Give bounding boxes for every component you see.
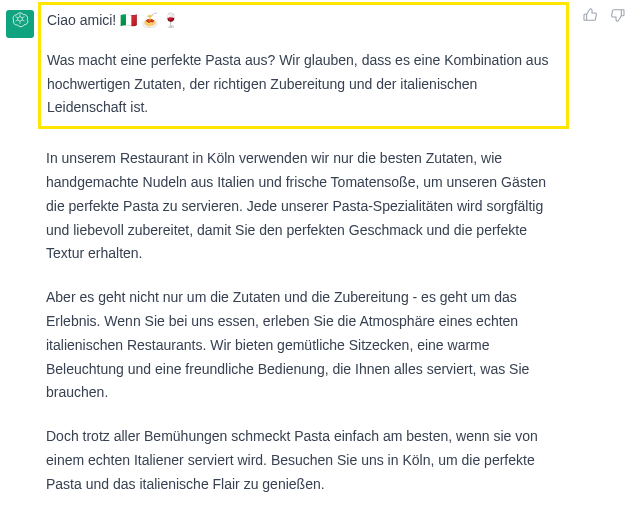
thumbs-down-icon [610, 7, 626, 31]
thumbs-down-button[interactable] [609, 10, 627, 28]
thumbs-up-icon [582, 7, 598, 31]
body-paragraph: Doch trotz aller Bemühungen schmeckt Pas… [46, 425, 561, 496]
intro-question: Was macht eine perfekte Pasta aus? Wir g… [47, 49, 560, 120]
intro-greeting: Ciao amici! 🇮🇹 🍝 🍷 [47, 9, 560, 33]
body-paragraph: Verwenden Sie die Hashtags #PastaPerfett… [46, 517, 561, 521]
body-paragraph: Aber es geht nicht nur um die Zutaten un… [46, 286, 561, 405]
openai-icon [11, 11, 29, 37]
message-content: Ciao amici! 🇮🇹 🍝 🍷 Was macht eine perfek… [46, 8, 569, 521]
highlighted-intro: Ciao amici! 🇮🇹 🍝 🍷 Was macht eine perfek… [38, 2, 569, 129]
assistant-message: Ciao amici! 🇮🇹 🍝 🍷 Was macht eine perfek… [0, 0, 637, 521]
feedback-actions [581, 8, 631, 28]
thumbs-up-button[interactable] [581, 10, 599, 28]
assistant-avatar [6, 10, 34, 38]
body-paragraph: In unserem Restaurant in Köln verwenden … [46, 147, 561, 266]
